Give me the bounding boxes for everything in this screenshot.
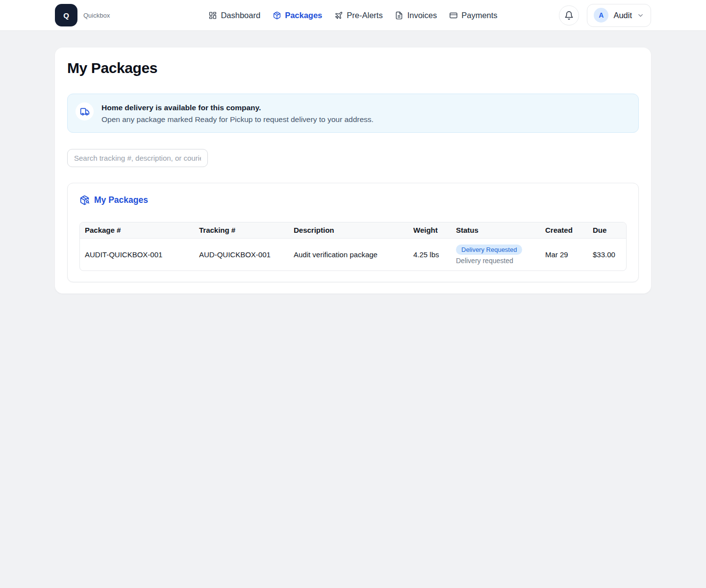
nav-label: Packages [285, 11, 322, 20]
nav-item-dashboard[interactable]: Dashboard [208, 11, 260, 20]
package-search-icon [79, 195, 90, 205]
status-note: Delivery requested [456, 257, 535, 265]
packages-card-title: My Packages [94, 195, 148, 205]
col-header-weight: Weight [408, 222, 451, 238]
cell-tracking-no: AUD-QUICKBOX-001 [194, 238, 289, 270]
main-nav: Dashboard Packages Pre-Alerts Invoices P… [208, 11, 497, 20]
search-input[interactable] [67, 149, 208, 167]
truck-icon [80, 107, 90, 117]
cell-description: Audit verification package [289, 238, 408, 270]
app-logo: Q [55, 4, 77, 26]
credit-card-icon [449, 11, 457, 20]
banner-title: Home delivery is available for this comp… [101, 103, 374, 112]
bell-icon [564, 11, 574, 20]
page-title: My Packages [67, 59, 639, 77]
cell-created: Mar 29 [540, 238, 588, 270]
truck-icon-circle [76, 102, 94, 121]
col-header-due: Due [588, 222, 626, 238]
home-delivery-banner: Home delivery is available for this comp… [67, 94, 639, 133]
packages-card-header: My Packages [79, 195, 627, 205]
package-row[interactable]: AUDIT-QUICKBOX-001 AUD-QUICKBOX-001 Audi… [80, 238, 626, 270]
user-avatar: A [594, 8, 608, 23]
col-header-tracking: Tracking # [194, 222, 289, 238]
package-icon [273, 11, 281, 20]
cell-package-no: AUDIT-QUICKBOX-001 [80, 238, 194, 270]
main-content: My Packages Home delivery is available f… [55, 48, 651, 294]
nav-item-payments[interactable]: Payments [449, 11, 497, 20]
cell-weight: 4.25 lbs [408, 238, 451, 270]
plane-icon [334, 11, 343, 20]
nav-item-invoices[interactable]: Invoices [395, 11, 437, 20]
page-card: My Packages Home delivery is available f… [55, 48, 651, 294]
user-menu[interactable]: A Audit [587, 4, 651, 27]
nav-label: Payments [461, 11, 497, 20]
cell-due: $33.00 [588, 238, 626, 270]
col-header-status: Status [451, 222, 540, 238]
banner-subtitle: Open any package marked Ready for Pickup… [101, 115, 374, 124]
nav-label: Pre-Alerts [347, 11, 382, 20]
user-name: Audit [613, 11, 632, 20]
chevron-down-icon [637, 12, 644, 19]
status-badge: Delivery Requested [456, 245, 522, 255]
nav-item-packages[interactable]: Packages [273, 11, 322, 20]
dashboard-grid-icon [208, 11, 217, 20]
nav-label: Invoices [407, 11, 437, 20]
cell-status: Delivery Requested Delivery requested [451, 238, 540, 270]
nav-item-pre-alerts[interactable]: Pre-Alerts [334, 11, 382, 20]
brand-name: Quickbox [83, 12, 110, 19]
file-text-icon [395, 11, 403, 20]
top-nav-bar: Q Quickbox Dashboard Packages Pre-Alerts… [0, 0, 706, 31]
packages-table: Package # Tracking # Description Weight … [79, 222, 627, 271]
nav-label: Dashboard [221, 11, 260, 20]
col-header-created: Created [540, 222, 588, 238]
col-header-package: Package # [80, 222, 194, 238]
brand: Q Quickbox [55, 4, 110, 26]
notifications-button[interactable] [559, 5, 579, 25]
col-header-description: Description [289, 222, 408, 238]
table-header-row: Package # Tracking # Description Weight … [80, 222, 626, 238]
packages-card: My Packages Package # Tracking # Descrip… [67, 183, 639, 282]
